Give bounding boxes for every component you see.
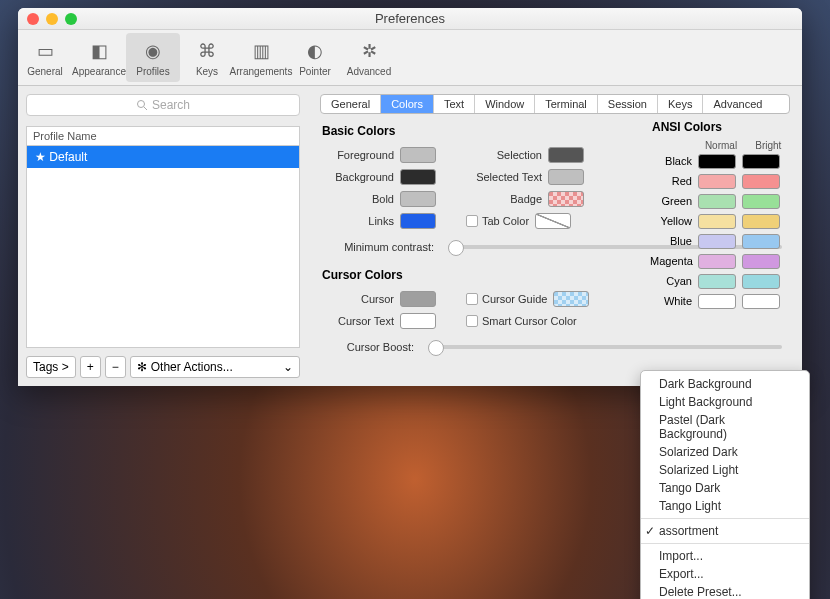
profiles-sidebar: Search Profile Name ★ Default Tags > + −… — [18, 86, 308, 386]
ansi-green-bright[interactable] — [742, 194, 780, 209]
colorwell-cursor[interactable] — [400, 291, 436, 307]
tab-text[interactable]: Text — [434, 95, 475, 113]
ansi-red-bright[interactable] — [742, 174, 780, 189]
color-presets-menu: Dark BackgroundLight BackgroundPastel (D… — [640, 370, 810, 599]
ansi-yellow-bright[interactable] — [742, 214, 780, 229]
toolbar-appearance[interactable]: ◧Appearance — [72, 30, 126, 85]
general-icon: ▭ — [32, 38, 58, 64]
colorwell-bold[interactable] — [400, 191, 436, 207]
tab-terminal[interactable]: Terminal — [535, 95, 598, 113]
search-input[interactable]: Search — [26, 94, 300, 116]
ansi-label-green: Green — [650, 195, 698, 207]
advanced-icon: ✲ — [356, 38, 382, 64]
label-background: Background — [320, 171, 400, 183]
preset-assortment[interactable]: assortment — [641, 522, 809, 540]
preset-light-background[interactable]: Light Background — [641, 393, 809, 411]
ansi-colors-heading: ANSI Colors — [652, 120, 792, 134]
toolbar: ▭General◧Appearance◉Profiles⌘Keys▥Arrang… — [18, 30, 802, 86]
ansi-red-normal[interactable] — [698, 174, 736, 189]
colorwell-selected-text[interactable] — [548, 169, 584, 185]
remove-profile-button[interactable]: − — [105, 356, 126, 378]
toolbar-pointer[interactable]: ◐Pointer — [288, 30, 342, 85]
ansi-label-white: White — [650, 295, 698, 307]
label-bold: Bold — [320, 193, 400, 205]
toolbar-general[interactable]: ▭General — [18, 30, 72, 85]
other-actions-dropdown[interactable]: ✻ Other Actions... ⌄ — [130, 356, 300, 378]
toolbar-arrangements[interactable]: ▥Arrangements — [234, 30, 288, 85]
profile-tabs: GeneralColorsTextWindowTerminalSessionKe… — [320, 94, 790, 114]
ansi-magenta-bright[interactable] — [742, 254, 780, 269]
preset-dark-background[interactable]: Dark Background — [641, 375, 809, 393]
preset-solarized-light[interactable]: Solarized Light — [641, 461, 809, 479]
label-selected-text: Selected Text — [456, 171, 548, 183]
colorwell-foreground[interactable] — [400, 147, 436, 163]
profiles-icon: ◉ — [140, 38, 166, 64]
menu-separator — [641, 518, 809, 519]
colorwell-badge[interactable] — [548, 191, 584, 207]
ansi-white-bright[interactable] — [742, 294, 780, 309]
colorwell-selection[interactable] — [548, 147, 584, 163]
ansi-yellow-normal[interactable] — [698, 214, 736, 229]
tab-window[interactable]: Window — [475, 95, 535, 113]
ansi-label-red: Red — [650, 175, 698, 187]
ansi-black-bright[interactable] — [742, 154, 780, 169]
tab-advanced[interactable]: Advanced — [703, 95, 772, 113]
ansi-blue-normal[interactable] — [698, 234, 736, 249]
label-tab-color: Tab Color — [482, 215, 535, 227]
colorwell-tab-color[interactable] — [535, 213, 571, 229]
ansi-green-normal[interactable] — [698, 194, 736, 209]
other-actions-label: Other Actions... — [151, 360, 233, 374]
tab-colors[interactable]: Colors — [381, 95, 434, 113]
profile-list: ★ Default — [26, 146, 300, 348]
colorwell-background[interactable] — [400, 169, 436, 185]
ansi-cyan-bright[interactable] — [742, 274, 780, 289]
label-smart-cursor-color: Smart Cursor Color — [482, 315, 583, 327]
colorwell-links[interactable] — [400, 213, 436, 229]
preset-solarized-dark[interactable]: Solarized Dark — [641, 443, 809, 461]
ansi-white-normal[interactable] — [698, 294, 736, 309]
preset-tango-dark[interactable]: Tango Dark — [641, 479, 809, 497]
ansi-label-cyan: Cyan — [650, 275, 698, 287]
checkbox-cursor-guide[interactable] — [466, 293, 478, 305]
chevron-down-icon: ⌄ — [283, 360, 293, 374]
tab-session[interactable]: Session — [598, 95, 658, 113]
ansi-black-normal[interactable] — [698, 154, 736, 169]
toolbar-profiles[interactable]: ◉Profiles — [126, 33, 180, 82]
label-cursor-text: Cursor Text — [320, 315, 400, 327]
search-placeholder: Search — [152, 98, 190, 112]
keys-icon: ⌘ — [194, 38, 220, 64]
profile-item-default[interactable]: ★ Default — [27, 146, 299, 168]
checkbox-tab-color[interactable] — [466, 215, 478, 227]
ansi-label-black: Black — [650, 155, 698, 167]
appearance-icon: ◧ — [86, 38, 112, 64]
toolbar-keys[interactable]: ⌘Keys — [180, 30, 234, 85]
ansi-label-magenta: Magenta — [650, 255, 698, 267]
tab-keys[interactable]: Keys — [658, 95, 703, 113]
checkbox-smart-cursor-color[interactable] — [466, 315, 478, 327]
preset-import-[interactable]: Import... — [641, 547, 809, 565]
preset-pastel-dark-background-[interactable]: Pastel (Dark Background) — [641, 411, 809, 443]
profile-list-header[interactable]: Profile Name — [26, 126, 300, 146]
window-title: Preferences — [18, 11, 802, 26]
tags-button[interactable]: Tags > — [26, 356, 76, 378]
toolbar-advanced[interactable]: ✲Advanced — [342, 30, 396, 85]
colorwell-cursor-guide[interactable] — [553, 291, 589, 307]
preset-delete-preset-[interactable]: Delete Preset... — [641, 583, 809, 599]
ansi-col-normal: Normal — [697, 140, 744, 151]
ansi-magenta-normal[interactable] — [698, 254, 736, 269]
ansi-cyan-normal[interactable] — [698, 274, 736, 289]
ansi-blue-bright[interactable] — [742, 234, 780, 249]
colorwell-cursor-text[interactable] — [400, 313, 436, 329]
ansi-label-blue: Blue — [650, 235, 698, 247]
preset-tango-light[interactable]: Tango Light — [641, 497, 809, 515]
titlebar: Preferences — [18, 8, 802, 30]
ansi-colors-section: ANSI Colors Normal Bright Black Red Gree… — [650, 120, 792, 311]
main-panel: GeneralColorsTextWindowTerminalSessionKe… — [308, 86, 802, 386]
cursor-boost-slider[interactable] — [428, 345, 782, 349]
label-cursor: Cursor — [320, 293, 400, 305]
search-icon — [136, 99, 148, 111]
tab-general[interactable]: General — [321, 95, 381, 113]
min-contrast-label: Minimum contrast: — [320, 241, 440, 253]
preset-export-[interactable]: Export... — [641, 565, 809, 583]
add-profile-button[interactable]: + — [80, 356, 101, 378]
